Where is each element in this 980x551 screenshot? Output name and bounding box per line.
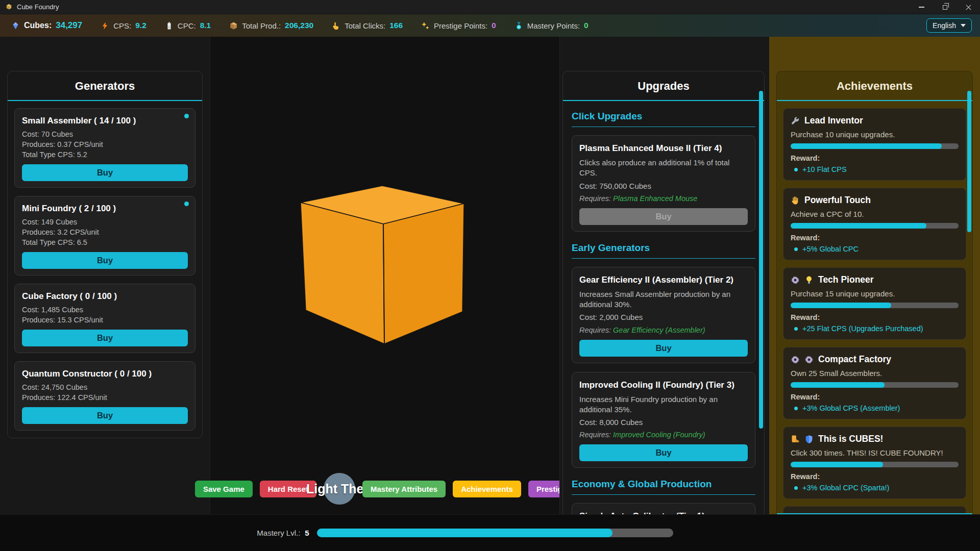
reward-bullet	[794, 407, 798, 410]
stat-value: 0	[584, 21, 589, 30]
stat-item: Prestige Points:0	[421, 21, 496, 30]
stat-label: Total Clicks:	[345, 21, 385, 30]
raised-hand-icon	[791, 196, 800, 205]
achievement-progress-fill	[791, 382, 885, 388]
window-controls	[910, 0, 980, 14]
upgrade-description: Increases Mini Foundry production by an …	[579, 394, 748, 415]
reward-label: Reward:	[791, 313, 959, 321]
stat-item: CPS:9.2	[101, 21, 146, 30]
reward-text: +3% Global CPC (Sparta!)	[802, 484, 889, 492]
close-button[interactable]	[957, 0, 980, 14]
generator-stat-line: Cost: 70 Cubes	[22, 130, 188, 138]
minimize-icon	[919, 7, 924, 7]
stat-item: CPC:8.1	[165, 21, 211, 30]
achievement-header: Powerful Touch	[791, 195, 959, 206]
achievement-card: Lead InventorPurchase 10 unique upgrades…	[783, 108, 966, 181]
stat-label: Prestige Points:	[434, 21, 487, 30]
generator-card: Cube Factory ( 0 / 100 )Cost: 1,485 Cube…	[14, 284, 195, 353]
restore-button[interactable]	[933, 0, 957, 14]
stat-item: Total Clicks:166	[332, 21, 403, 30]
bolt-icon	[101, 21, 109, 30]
reward-item: +5% Global CPC	[791, 245, 959, 253]
reward-label: Reward:	[791, 234, 959, 242]
achievement-description: Achieve a CPC of 10.	[791, 210, 959, 218]
stat-item: Cubes:34,297	[11, 20, 82, 31]
achievement-name: Tech Pioneer	[818, 274, 874, 285]
stat-label: Total Prod.:	[242, 21, 281, 30]
generator-stat-line: Produces: 15.3 CPS/unit	[22, 316, 188, 324]
reward-item: +25 Flat CPS (Upgrades Purchased)	[791, 324, 959, 333]
mastery-progress-fill	[317, 529, 612, 537]
buy-generator-button[interactable]: Buy	[22, 330, 188, 346]
requires-value: Gear Efficiency (Assembler)	[613, 326, 705, 334]
mastery-bar-section: Mastery Lvl.: 5	[0, 514, 980, 551]
upgrades-list: Click UpgradesPlasma Enhanced Mouse II (…	[563, 101, 764, 514]
generator-stat-line: Produces: 3.2 CPS/unit	[22, 228, 188, 236]
generator-card: Quantum Constructor ( 0 / 100 )Cost: 24,…	[14, 361, 195, 431]
buy-upgrade-button[interactable]: Buy	[579, 340, 748, 357]
language-dropdown[interactable]: English	[926, 18, 972, 33]
generator-card: Mini Foundry ( 2 / 100 )Cost: 149 CubesP…	[14, 196, 195, 276]
light-theme-button[interactable]: Light Theme	[324, 473, 355, 505]
achievement-progress-fill	[791, 223, 926, 229]
achievement-name: Compact Factory	[818, 354, 891, 365]
stat-item: Total Prod.:206,230	[229, 21, 313, 30]
boot-icon	[791, 435, 800, 444]
buy-upgrade-button[interactable]: Buy	[579, 444, 748, 461]
generators-panel: Generators Small Assembler ( 14 / 100 )C…	[7, 71, 203, 438]
button-label: Achievements	[461, 485, 513, 493]
upgrade-requires: Requires: Gear Efficiency (Assembler)	[579, 326, 748, 334]
upgrade-cost: Cost: 8,000 Cubes	[579, 417, 748, 428]
mastery-attributes-button[interactable]: Mastery Attributes	[362, 481, 446, 497]
generators-title: Generators	[8, 71, 202, 101]
reward-bullet	[794, 327, 798, 331]
achievement-description: Click 300 times. THIS! IS! CUBE FOUNDRY!	[791, 448, 959, 457]
stat-label: CPC:	[178, 21, 196, 30]
buy-generator-button[interactable]: Buy	[22, 252, 188, 269]
restore-icon	[943, 5, 947, 10]
reward-text: +5% Global CPC	[802, 245, 859, 253]
upgrades-column: Upgrades Click UpgradesPlasma Enhanced M…	[559, 37, 769, 514]
reward-text: +25 Flat CPS (Upgrades Purchased)	[802, 324, 923, 333]
achievements-title: Achievements	[777, 71, 972, 101]
clickable-cube[interactable]	[298, 180, 472, 349]
stat-label: Cubes:	[24, 21, 52, 30]
achievement-progress-fill	[791, 143, 942, 149]
achievements-button[interactable]: Achievements	[453, 481, 521, 497]
generator-name: Cube Factory ( 0 / 100 )	[22, 291, 188, 302]
upgrade-section-heading: Economy & Global Production	[572, 477, 755, 495]
wrench-icon	[791, 116, 800, 126]
stat-value: 34,297	[56, 20, 82, 31]
upgrade-requires: Requires: Plasma Enhanced Mouse	[579, 194, 748, 203]
generator-stat-line: Total Type CPS: 5.2	[22, 151, 188, 159]
save-game-button[interactable]: Save Game	[195, 481, 253, 497]
upgrades-scrollbar[interactable]	[759, 91, 763, 429]
achievement-header: Compact Factory	[791, 354, 959, 365]
click-hand-icon	[332, 21, 340, 30]
achievement-progress-bar	[791, 382, 959, 388]
generators-list: Small Assembler ( 14 / 100 )Cost: 70 Cub…	[8, 101, 202, 431]
achievement-card: Compact FactoryOwn 25 Small Assemblers.R…	[783, 347, 966, 419]
upgrade-card: Gear Efficiency II (Assembler) (Tier 2)I…	[572, 267, 755, 363]
upgrade-cost: Cost: 750,000 Cubes	[579, 181, 748, 191]
achievements-column: Achievements Lead InventorPurchase 10 un…	[769, 37, 980, 514]
package-icon	[229, 21, 238, 30]
achievement-card: Tech PioneerPurchase 15 unique upgrades.…	[783, 267, 966, 340]
buy-generator-button[interactable]: Buy	[22, 407, 188, 424]
reward-item: +10 Flat CPS	[791, 165, 959, 173]
buy-generator-button[interactable]: Buy	[22, 164, 188, 181]
gear-icon	[791, 276, 800, 285]
play-area: Save GameHard ResetLight ThemeMastery At…	[210, 37, 559, 514]
owned-indicator-dot	[184, 114, 189, 118]
achievement-progress-fill	[791, 303, 891, 308]
achievement-header: This is CUBES!	[791, 434, 959, 444]
achievement-name: This is CUBES!	[818, 434, 883, 444]
achievement-description: Own 25 Small Assemblers.	[791, 369, 959, 378]
generator-stat-line: Cost: 149 Cubes	[22, 218, 188, 226]
upgrade-requires: Requires: Improved Cooling (Foundry)	[579, 431, 748, 439]
reward-bullet	[794, 168, 798, 171]
achievements-scrollbar[interactable]	[967, 91, 971, 232]
minimize-button[interactable]	[910, 0, 933, 14]
stat-item: Mastery Points:0	[514, 21, 589, 30]
button-label: Save Game	[203, 485, 244, 493]
